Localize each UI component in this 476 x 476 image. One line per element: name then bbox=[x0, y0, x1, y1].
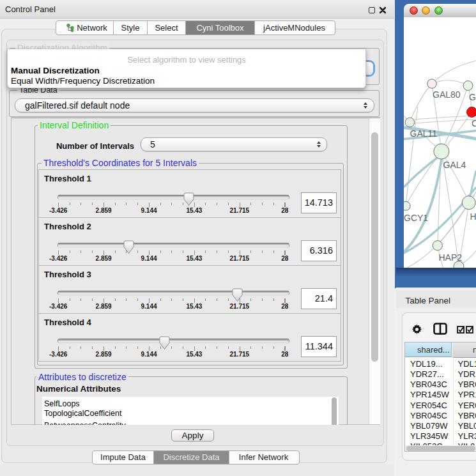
svg-text:GAL80: GAL80 bbox=[433, 89, 461, 100]
svg-text:HAP2: HAP2 bbox=[439, 252, 463, 263]
svg-text:GAL1: GAL1 bbox=[469, 92, 476, 102]
svg-text:CYC8: CYC8 bbox=[472, 118, 476, 128]
svg-text:GAL11: GAL11 bbox=[410, 128, 438, 139]
svg-text:GAL4: GAL4 bbox=[443, 160, 466, 170]
svg-text:HIS7: HIS7 bbox=[470, 211, 476, 222]
svg-text:GCY1: GCY1 bbox=[404, 213, 428, 223]
